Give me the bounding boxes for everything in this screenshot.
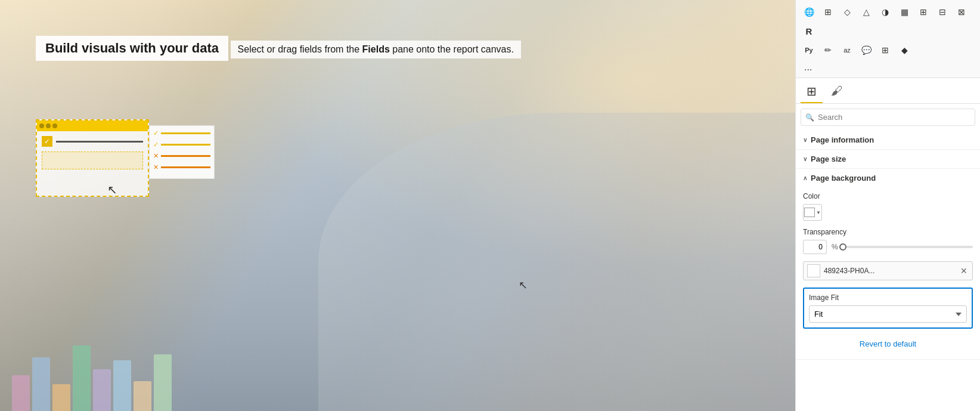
- panel-toolbar: 🌐 ⊞ ◇ △ ◑ ▦ ⊞ ⊟ ⊠ R Py ✏ az 💬 ⊞ ◆ ...: [796, 0, 980, 78]
- py-icon[interactable]: Py: [801, 42, 817, 58]
- shape-icon[interactable]: ◆: [896, 42, 913, 58]
- canvas-title: Build visuals with your data: [45, 41, 219, 55]
- more-icons-button[interactable]: ...: [801, 61, 975, 74]
- illus-line: [56, 141, 143, 143]
- right-panel: 🌐 ⊞ ◇ △ ◑ ▦ ⊞ ⊟ ⊠ R Py ✏ az 💬 ⊞ ◆ ... ⊞ …: [795, 0, 980, 411]
- illus-list: ✓ ✓ ✕ ✕: [149, 125, 215, 179]
- page-background-label: Page background: [811, 174, 876, 183]
- image-upload-row[interactable]: 489243-PH0A... ✕: [803, 261, 973, 280]
- page-information-label: Page information: [811, 135, 874, 144]
- calculator-area: [318, 113, 795, 411]
- transparency-slider-track[interactable]: [843, 246, 973, 248]
- illus-list-item-1: ✓: [153, 129, 210, 137]
- filter2-icon[interactable]: ⊞: [877, 42, 894, 58]
- page-background-section: ∧ Page background Color ▼ Transparency %: [796, 169, 980, 360]
- chat-icon[interactable]: 💬: [858, 42, 874, 58]
- page-size-header[interactable]: ∨ Page size: [796, 150, 980, 168]
- illus-checkbox: ✓: [42, 136, 52, 147]
- transparency-input-row: %: [803, 240, 973, 254]
- edit-icon[interactable]: ✏: [820, 42, 836, 58]
- page-information-section: ∨ Page information: [796, 131, 980, 150]
- illustration: ✓ ↖ ✓ ✓ ✕ ✕: [36, 119, 215, 209]
- tab-paint[interactable]: 🖌: [825, 81, 849, 103]
- page-background-chevron: ∧: [803, 175, 807, 181]
- transparency-slider-thumb[interactable]: [839, 243, 846, 251]
- halfcircle-icon[interactable]: ◑: [877, 4, 894, 20]
- page-information-header[interactable]: ∨ Page information: [796, 131, 980, 149]
- illus-dot-3: [52, 123, 57, 128]
- table2-icon[interactable]: ⊞: [820, 4, 836, 20]
- color-chevron-icon: ▼: [816, 210, 821, 215]
- title-box: Build visuals with your data: [36, 36, 228, 61]
- image-thumbnail: [807, 264, 820, 277]
- color-picker-button[interactable]: ▼: [803, 204, 822, 221]
- table3-icon[interactable]: ▦: [896, 4, 913, 20]
- toolbar-row-2: Py ✏ az 💬 ⊞ ◆: [801, 42, 975, 58]
- map-icon[interactable]: △: [858, 4, 874, 20]
- panel-search: 🔍: [801, 109, 975, 126]
- illus-cursor: ↖: [107, 183, 117, 197]
- illus-body: ✓: [37, 131, 148, 174]
- revert-to-default-link[interactable]: Revert to default: [803, 336, 973, 352]
- page-size-chevron: ∨: [803, 156, 807, 162]
- image-fit-label: Image Fit: [809, 293, 967, 302]
- table5-icon[interactable]: ⊟: [934, 4, 951, 20]
- illus-checkbox-row: ✓: [42, 136, 143, 147]
- canvas-area: Build visuals with your data Select or d…: [0, 0, 795, 411]
- content-box: Build visuals with your data Select or d…: [36, 36, 521, 66]
- panel-tabs: ⊞ 🖌: [796, 78, 980, 104]
- page-size-section: ∨ Page size: [796, 150, 980, 169]
- R-icon[interactable]: R: [801, 23, 817, 39]
- table6-icon[interactable]: ⊠: [953, 4, 970, 20]
- diamond-icon[interactable]: ◇: [839, 4, 855, 20]
- page-background-header[interactable]: ∧ Page background: [796, 169, 980, 187]
- chart-bars: [0, 339, 238, 411]
- color-swatch: [804, 208, 815, 217]
- page-background-content: Color ▼ Transparency %: [796, 187, 980, 359]
- illus-titlebar: [37, 120, 148, 131]
- globe-icon[interactable]: 🌐: [801, 4, 817, 20]
- tab-format[interactable]: ⊞: [801, 81, 823, 103]
- image-remove-button[interactable]: ✕: [959, 266, 969, 276]
- image-filename: 489243-PH0A...: [824, 267, 956, 275]
- color-field-label: Color: [803, 192, 973, 200]
- illus-list-item-4: ✕: [153, 163, 210, 171]
- illus-list-item-3: ✕: [153, 152, 210, 160]
- illus-list-item-2: ✓: [153, 141, 210, 149]
- az-icon[interactable]: az: [839, 42, 855, 58]
- canvas-subtitle: Select or drag fields from the Fields pa…: [238, 44, 514, 54]
- illus-dot-1: [39, 123, 44, 128]
- page-size-label: Page size: [811, 154, 846, 163]
- toolbar-row-1: 🌐 ⊞ ◇ △ ◑ ▦ ⊞ ⊟ ⊠ R: [801, 4, 975, 39]
- percent-label: %: [832, 243, 838, 251]
- image-fit-select[interactable]: Fit Fill Normal Tile: [809, 305, 967, 323]
- transparency-label: Transparency: [803, 228, 973, 236]
- illus-window: ✓: [36, 119, 149, 197]
- transparency-row: Transparency %: [803, 228, 973, 254]
- color-row: ▼: [803, 204, 973, 221]
- illus-dot-2: [46, 123, 51, 128]
- transparency-input[interactable]: [803, 240, 827, 254]
- search-input[interactable]: [801, 109, 975, 126]
- image-fit-section: Image Fit Fit Fill Normal Tile: [803, 288, 973, 329]
- page-information-chevron: ∨: [803, 137, 807, 143]
- search-icon: 🔍: [805, 113, 814, 122]
- table4-icon[interactable]: ⊞: [915, 4, 932, 20]
- subtitle-box: Select or drag fields from the Fields pa…: [231, 41, 521, 58]
